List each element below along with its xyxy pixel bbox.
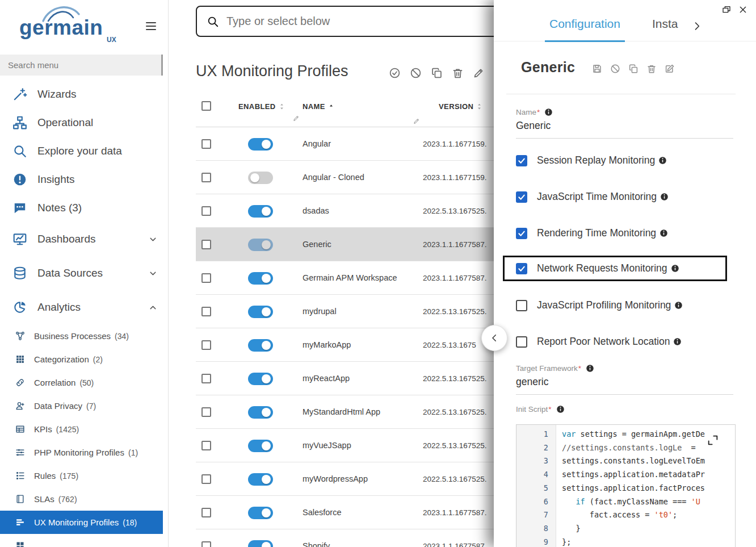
name-field-value[interactable]: Generic	[516, 116, 733, 139]
checkbox-javascript-time-monitoring[interactable]	[516, 191, 527, 203]
checkbox-rendering-time-monitoring[interactable]	[516, 228, 527, 239]
enabled-toggle[interactable]	[248, 239, 273, 251]
info-icon[interactable]	[674, 301, 683, 310]
info-icon[interactable]	[673, 337, 682, 346]
info-icon[interactable]	[556, 405, 565, 414]
row-checkbox[interactable]	[201, 206, 211, 218]
row-checkbox[interactable]	[201, 139, 211, 151]
info-icon[interactable]	[660, 193, 669, 201]
sidebar-item-wizards[interactable]: Wizards	[0, 80, 168, 108]
sidebar-item-rules[interactable]: Rules (175)	[0, 464, 168, 487]
sidebar-item-correlation[interactable]: Correlation (50)	[0, 371, 168, 394]
init-script-label: Init Script*	[516, 405, 565, 414]
brand-logo[interactable]: germain	[19, 16, 103, 40]
enabled-toggle[interactable]	[248, 440, 273, 452]
sidebar-item-categorization[interactable]: Categorization (2)	[0, 348, 168, 371]
checkbox-session-replay-monitoring[interactable]	[516, 155, 527, 166]
info-icon[interactable]	[658, 156, 667, 165]
sidebar-subitem-label: Rules	[34, 471, 56, 481]
row-checkbox[interactable]	[201, 173, 211, 185]
tab-configuration[interactable]: Configuration	[545, 16, 625, 42]
checkbox-report-poor-network-location[interactable]	[516, 336, 527, 348]
edit-button[interactable]	[665, 64, 675, 74]
row-checkbox[interactable]	[201, 273, 211, 285]
save-button[interactable]	[592, 64, 602, 74]
menu-icon[interactable]	[144, 19, 158, 33]
info-icon[interactable]	[586, 364, 594, 373]
sidebar-item-dashboards[interactable]: Dashboards	[0, 222, 168, 256]
sidebar-item-data-privacy[interactable]: Data Privacy (7)	[0, 394, 168, 417]
init-script-editor[interactable]: 123456789 var settings = germainApm.getD…	[516, 424, 736, 547]
sidebar-item-analytics[interactable]: Analytics	[0, 290, 168, 324]
close-icon[interactable]	[738, 5, 747, 14]
code-line: fact.access = 't0';	[562, 508, 735, 522]
enabled-toggle[interactable]	[248, 507, 273, 519]
expand-editor-icon[interactable]	[707, 434, 719, 446]
code-line: };	[562, 536, 735, 547]
profile-name: Generic	[303, 240, 331, 249]
disable-button[interactable]	[610, 64, 620, 74]
profile-name: Germain APM Workspace	[303, 273, 397, 282]
row-checkbox[interactable]	[201, 474, 211, 486]
row-checkbox[interactable]	[201, 374, 211, 386]
checkbox-network-requests-monitoring[interactable]	[516, 263, 527, 274]
row-checkbox[interactable]	[201, 407, 211, 419]
row-checkbox[interactable]	[201, 441, 211, 453]
enabled-toggle[interactable]	[248, 272, 273, 285]
sidebar-scrollbar[interactable]	[161, 55, 163, 76]
info-icon[interactable]	[671, 264, 679, 273]
row-checkbox[interactable]	[201, 307, 211, 319]
column-header-name[interactable]: NAME	[303, 102, 334, 111]
enabled-toggle[interactable]	[248, 473, 273, 486]
select-all-checkbox[interactable]	[201, 101, 211, 113]
sidebar-item-notes-3[interactable]: Notes (3)	[0, 194, 168, 222]
row-checkbox[interactable]	[201, 240, 211, 252]
enabled-toggle[interactable]	[248, 373, 273, 385]
enabled-toggle[interactable]	[248, 138, 273, 151]
row-checkbox[interactable]	[201, 340, 211, 352]
enabled-toggle[interactable]	[248, 306, 273, 318]
sort-icon	[476, 102, 483, 111]
copy-button[interactable]	[431, 67, 443, 79]
sidebar-item-operational[interactable]: Operational	[0, 108, 168, 137]
sidebar-item-php-monitoring-profiles[interactable]: PHP Monitoring Profiles (1)	[0, 441, 168, 464]
sidebar-item-kpis[interactable]: KPIs (1425)	[0, 417, 168, 441]
sidebar-search-input[interactable]	[0, 55, 163, 76]
collapse-panel-button[interactable]	[481, 325, 507, 351]
tab-installation[interactable]: Insta	[648, 16, 683, 41]
delete-button[interactable]	[646, 64, 657, 74]
column-header-enabled[interactable]: ENABLED	[238, 102, 285, 111]
enabled-toggle[interactable]	[248, 339, 273, 352]
enable-button[interactable]	[389, 67, 401, 79]
row-checkbox[interactable]	[201, 508, 211, 520]
enabled-toggle[interactable]	[248, 540, 273, 547]
sidebar-item-ux-monitoring-profiles[interactable]: UX Monitoring Profiles (18)	[0, 511, 163, 534]
chevron-right-icon[interactable]	[691, 20, 703, 32]
checkbox-javascript-profiling-monitoring[interactable]	[516, 300, 527, 311]
sidebar-item-item[interactable]	[0, 534, 168, 547]
copy-button[interactable]	[628, 64, 639, 74]
enabled-toggle[interactable]	[248, 406, 273, 419]
info-icon[interactable]	[660, 229, 668, 237]
sidebar-item-label: Analytics	[37, 301, 81, 314]
sidebar-item-slas[interactable]: SLAs (762)	[0, 487, 168, 511]
sidebar-item-business-processes[interactable]: Business Processes (34)	[0, 324, 168, 348]
disable-button[interactable]	[410, 67, 422, 79]
target-framework-value[interactable]: generic	[516, 373, 733, 395]
restore-window-icon[interactable]	[722, 5, 731, 14]
sidebar-item-insights[interactable]: Insights	[0, 165, 168, 194]
enabled-toggle[interactable]	[248, 205, 273, 218]
filter-name-icon[interactable]	[293, 115, 300, 122]
filter-version-icon[interactable]	[413, 118, 420, 124]
edit-button[interactable]	[473, 67, 485, 79]
info-icon[interactable]	[544, 108, 553, 116]
row-checkbox[interactable]	[201, 541, 211, 547]
enabled-toggle[interactable]	[248, 172, 273, 184]
analytics-submenu: Business Processes (34) Categorization (…	[0, 324, 168, 547]
sidebar-item-data-sources[interactable]: Data Sources	[0, 256, 168, 290]
sidebar-item-explore-your-data[interactable]: Explore your data	[0, 137, 168, 165]
listol-icon	[15, 471, 25, 481]
column-header-version[interactable]: VERSION	[439, 102, 483, 111]
delete-button[interactable]	[452, 67, 464, 79]
alert-icon	[12, 172, 27, 187]
